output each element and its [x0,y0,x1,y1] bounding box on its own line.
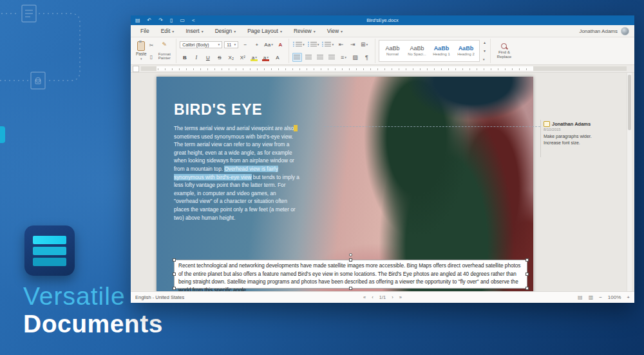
page-indicator: 1/1 [379,294,386,300]
shading-button[interactable]: ▨ [350,53,360,62]
ruler-page-region [156,66,533,71]
comment-icon[interactable]: ▭ [180,15,185,25]
style-heading-2[interactable]: AaBb Heading 2 [455,41,477,61]
previous-page-button[interactable]: ‹ [372,294,374,300]
horizontal-ruler[interactable] [141,66,627,71]
versatile-documents-logo [24,225,75,276]
menu-file[interactable]: File [135,25,155,37]
justify-icon [328,55,335,60]
chevron-down-icon: ▾ [140,57,142,61]
align-right-button[interactable] [316,53,325,62]
selection-handle[interactable] [173,287,176,290]
menu-view[interactable]: View▾ [321,25,348,37]
text-effects-button[interactable]: A [272,53,282,62]
numbering-button[interactable]: ▾ [307,40,320,49]
underline-button[interactable]: U [203,53,213,62]
document-title: Bird'sEye.docx [131,17,634,23]
styles-group: AaBb Normal AaBb No Spaci... AaBb Headin… [375,39,491,63]
chevron-down-icon: ▾ [172,29,174,34]
selected-text-box[interactable]: Recent technological and networking deve… [174,260,527,289]
align-left-button[interactable] [292,53,302,62]
selection-handle[interactable] [526,273,529,276]
menu-page-layout[interactable]: Page Layout▾ [242,25,288,37]
undo-icon[interactable]: ↶ [147,15,152,25]
document-paragraph[interactable]: The terms aerial view and aerial viewpoi… [174,124,301,222]
increase-indent-button[interactable]: ⇥ [348,40,357,49]
user-account[interactable]: Jonathan Adams [579,27,630,35]
chevron-down-icon: ▾ [234,43,236,46]
justify-button[interactable] [327,53,337,62]
style-heading-1[interactable]: AaBb Heading 1 [430,41,453,61]
decrease-indent-button[interactable]: ⇤ [336,40,346,49]
paste-button[interactable]: Paste ▾ [136,39,147,62]
selection-handle[interactable] [349,258,352,262]
selection-handle[interactable] [173,258,176,262]
avatar [621,27,629,35]
branding-title-line2: Documents [23,310,163,338]
borders-button[interactable]: ⊞▾ [359,40,369,49]
logo-bar [33,236,66,244]
align-center-button[interactable] [304,53,314,62]
font-size-select[interactable]: 11▾ [224,41,238,48]
last-page-button[interactable]: » [399,294,402,300]
style-normal[interactable]: AaBb Normal [381,41,404,61]
new-document-icon[interactable]: ▯ [170,15,173,25]
font-name-select[interactable]: Calibri (Body)▾ [180,41,222,48]
italic-button[interactable]: I [191,53,201,62]
rotate-handle[interactable] [349,253,352,256]
zoom-in-button[interactable]: + [627,294,630,300]
comment-connector-line [324,126,540,127]
styles-scroll-down-button[interactable]: ▼ [483,49,486,53]
grow-font-button[interactable]: + [252,40,261,49]
change-case-button[interactable]: Aa▾ [263,40,274,49]
chevron-down-icon: ▾ [255,55,257,59]
chevron-down-icon: ▾ [202,29,204,34]
zoom-out-button[interactable]: − [599,294,602,300]
scrollbar-thumb[interactable] [628,75,631,130]
document-heading[interactable]: BIRD'S EYE [174,101,262,119]
format-painter-button[interactable]: ✎ Format Painter [156,39,173,62]
menu-design[interactable]: Design▾ [209,25,242,37]
styles-scroll-up-button[interactable]: ▲ [483,41,486,44]
selection-handle[interactable] [526,287,529,290]
zoom-level: 100% [608,294,621,300]
document-page[interactable]: BIRD'S EYE The terms aerial view and aer… [156,77,533,291]
menu-edit[interactable]: Edit▾ [155,25,180,37]
bold-button[interactable]: B [180,53,189,62]
selection-handle[interactable] [349,287,352,290]
next-page-button[interactable]: › [392,294,393,300]
bullets-button[interactable]: ▾ [292,40,305,49]
chevron-down-icon: ▾ [341,29,343,34]
search-icon [501,43,507,49]
selection-handle[interactable] [526,258,529,262]
multilevel-list-button[interactable]: ▾ [321,40,334,49]
show-formatting-marks-button[interactable]: ¶ [362,53,372,62]
numbered-list-icon [310,42,317,47]
chevron-down-icon: ▾ [314,29,316,34]
comment-card[interactable]: Jonathan Adams 8/10/2015 Make paragraphs… [544,121,605,146]
highlight-color-button[interactable]: a▾ [249,53,259,62]
subscript-button[interactable]: X₂ [226,53,236,62]
styles-more-button[interactable]: ▾ [483,57,486,61]
chevron-down-icon: ▾ [303,43,305,46]
save-icon[interactable]: ▤ [135,15,140,25]
find-replace-button[interactable]: Find & Replace [491,39,518,63]
style-no-spacing[interactable]: AaBb No Spaci... [406,41,428,61]
strikethrough-button[interactable]: S [214,53,224,62]
superscript-button[interactable]: X² [238,53,247,62]
cut-icon[interactable]: ✂ [149,43,154,48]
menu-insert[interactable]: Insert▾ [180,25,209,37]
new-blank-page-icon[interactable]: ▯ [150,54,153,60]
first-page-button[interactable]: « [363,294,366,300]
shrink-font-button[interactable]: − [240,40,250,49]
selection-handle[interactable] [173,273,176,276]
vertical-scrollbar[interactable] [627,73,632,291]
redo-icon[interactable]: ↷ [158,15,163,25]
line-spacing-button[interactable]: ≡▾ [339,53,348,62]
font-color-button[interactable]: a▾ [261,53,270,62]
clear-formatting-button[interactable]: A [276,40,285,49]
print-layout-view-icon[interactable]: ▤ [578,294,583,300]
share-icon[interactable]: < [192,15,195,25]
web-layout-view-icon[interactable]: ▥ [589,294,594,300]
menu-review[interactable]: Review▾ [288,25,321,37]
